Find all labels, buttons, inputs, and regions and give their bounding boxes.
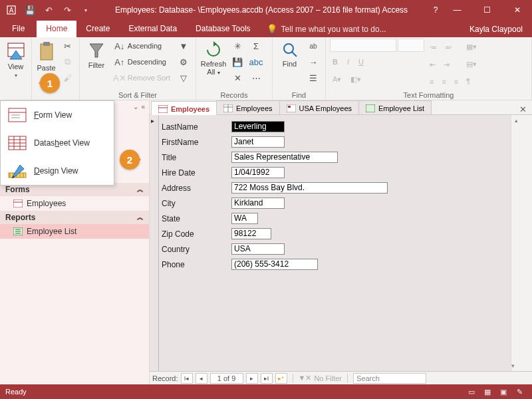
remove-sort-button[interactable]: A✕Remove Sort — [112, 70, 173, 85]
nav-item-form-employees[interactable]: Employees — [0, 196, 149, 211]
field-label: Hire Date — [162, 168, 231, 178]
font-name-combo[interactable] — [330, 39, 396, 52]
new-record-button[interactable]: ✳ — [229, 39, 245, 53]
doc-tab-employees-table[interactable]: Employees — [216, 100, 279, 114]
toggle-filter-button[interactable]: ▽ — [176, 70, 192, 85]
fill-color-button[interactable]: ◧▾ — [348, 72, 364, 86]
nav-collapse-icon[interactable]: « — [141, 103, 145, 110]
redo-icon[interactable]: ↷ — [59, 2, 75, 18]
field-value[interactable]: 98122 — [231, 228, 271, 239]
first-record-button[interactable]: I◂ — [181, 373, 193, 384]
tab-database-tools[interactable]: Database Tools — [186, 21, 260, 37]
minimize-button[interactable]: ― — [442, 0, 472, 20]
new-record-nav-button[interactable]: ▸* — [275, 373, 287, 384]
field-value[interactable]: WA — [231, 213, 258, 224]
totals-button[interactable]: Σ — [248, 39, 264, 53]
view-button[interactable]: View▾ — [4, 39, 27, 88]
save-record-button[interactable]: 💾 — [229, 55, 245, 69]
bullets-button[interactable]: ≔ — [427, 40, 440, 55]
font-size-combo[interactable] — [398, 39, 424, 52]
form-view-surface: ▸ LastNameLeverlingFirstNameJanetTitleSa… — [150, 115, 532, 371]
more-records-button[interactable]: ⋯ — [248, 70, 264, 85]
doc-tab-close-button[interactable]: ✕ — [514, 104, 532, 114]
text-direction-button[interactable]: ¶ — [464, 74, 479, 88]
menu-datasheet-view[interactable]: Datasheet View — [1, 129, 114, 157]
last-record-button[interactable]: ▸I — [261, 373, 273, 384]
scroll-down-icon[interactable]: ▾ — [511, 360, 515, 371]
nav-item-report-employee-list[interactable]: Employee List — [0, 224, 149, 239]
field-value[interactable]: Leverling — [231, 121, 285, 132]
tab-create[interactable]: Create — [76, 21, 119, 37]
format-painter-button[interactable]: 🖌 — [59, 70, 75, 85]
scroll-up-icon[interactable]: ▴ — [511, 115, 521, 126]
user-label[interactable]: Kayla Claypool — [460, 21, 532, 37]
spelling-button[interactable]: abc — [248, 55, 264, 69]
record-search-box[interactable]: Search — [353, 373, 426, 384]
copy-button[interactable]: ⧉ — [59, 55, 75, 69]
field-value[interactable]: 1/04/1992 — [231, 167, 285, 178]
field-value[interactable]: Janet — [231, 136, 285, 148]
refresh-all-button[interactable]: RefreshAll ▾ — [200, 39, 227, 88]
doc-tab-employees-form[interactable]: Employees — [151, 101, 217, 115]
status-design-view-button[interactable]: ✎ — [512, 386, 527, 398]
tab-external-data[interactable]: External Data — [119, 21, 186, 37]
help-icon[interactable]: ? — [429, 5, 442, 15]
delete-record-button[interactable]: ✕ — [229, 70, 245, 85]
font-color-button[interactable]: A▾ — [330, 72, 344, 86]
underline-button[interactable]: U — [356, 55, 366, 69]
undo-icon[interactable]: ↶ — [41, 2, 57, 18]
nav-search-icon[interactable]: ⌄ — [133, 103, 138, 110]
tell-me-search[interactable]: 💡 Tell me what you want to do... — [260, 21, 393, 37]
filter-button[interactable]: Filter — [84, 39, 109, 88]
doc-tab-usa-employees[interactable]: USA Employees — [279, 100, 359, 114]
replace-button[interactable]: ab — [305, 39, 321, 53]
close-button[interactable]: ✕ — [502, 0, 532, 20]
align-left-button[interactable]: ≡ — [427, 74, 436, 89]
record-position-box[interactable]: 1 of 9 — [210, 373, 243, 384]
cut-button[interactable]: ✂ — [59, 39, 75, 53]
document-area: Employees Employees USA Employees Employ… — [150, 100, 532, 384]
field-label: Country — [162, 245, 231, 254]
align-right-button[interactable]: ≡ — [452, 74, 461, 89]
tab-file[interactable]: File — [0, 21, 37, 37]
field-value[interactable]: USA — [231, 243, 285, 255]
align-center-button[interactable]: ≡ — [439, 74, 448, 89]
goto-button[interactable]: → — [305, 55, 321, 69]
nav-section-reports[interactable]: Reports︽ — [0, 211, 149, 224]
italic-button[interactable]: I — [344, 55, 352, 69]
menu-design-view[interactable]: Design View — [1, 157, 114, 185]
gridlines-button[interactable]: ▦▾ — [464, 40, 479, 55]
save-icon[interactable]: 💾 — [22, 2, 38, 18]
tab-home[interactable]: Home — [37, 21, 76, 37]
field-value[interactable]: Sales Representative — [231, 152, 338, 163]
decrease-indent-button[interactable]: ⇤ — [427, 57, 438, 72]
field-value[interactable]: (206) 555-3412 — [231, 259, 318, 270]
vertical-scrollbar[interactable]: ▴ ▾ — [511, 115, 521, 371]
select-button[interactable]: ☰ — [305, 70, 321, 85]
status-datasheet-view-button[interactable]: ▦ — [480, 386, 495, 398]
numbering-button[interactable]: ≕ — [442, 40, 455, 55]
descending-button[interactable]: A↑Descending — [112, 55, 173, 69]
find-button[interactable]: Find — [277, 39, 303, 88]
table-icon — [223, 104, 233, 112]
status-form-view-button[interactable]: ▭ — [464, 386, 479, 398]
form-view-icon — [7, 106, 27, 124]
selection-filter-button[interactable]: ▼ — [176, 39, 192, 53]
svg-line-9 — [292, 52, 297, 57]
advanced-filter-button[interactable]: ⚙ — [176, 55, 192, 69]
doc-tab-employee-list[interactable]: Employee List — [358, 100, 432, 114]
qat-dropdown-icon[interactable]: ▾ — [78, 2, 94, 18]
maximize-button[interactable]: ☐ — [472, 0, 502, 20]
bold-button[interactable]: B — [330, 55, 340, 69]
field-value[interactable]: 722 Moss Bay Blvd. — [231, 182, 388, 194]
alt-row-color-button[interactable]: ▤▾ — [464, 57, 479, 72]
menu-form-view[interactable]: Form View — [1, 101, 114, 129]
next-record-button[interactable]: ▸ — [246, 373, 258, 384]
increase-indent-button[interactable]: ⇥ — [441, 57, 452, 72]
status-layout-view-button[interactable]: ▣ — [496, 386, 511, 398]
record-selector[interactable]: ▸ — [150, 115, 159, 371]
prev-record-button[interactable]: ◂ — [196, 373, 207, 384]
field-value[interactable]: Kirkland — [231, 198, 285, 209]
ascending-button[interactable]: A↓Ascending — [112, 39, 173, 53]
design-view-icon — [7, 162, 27, 180]
